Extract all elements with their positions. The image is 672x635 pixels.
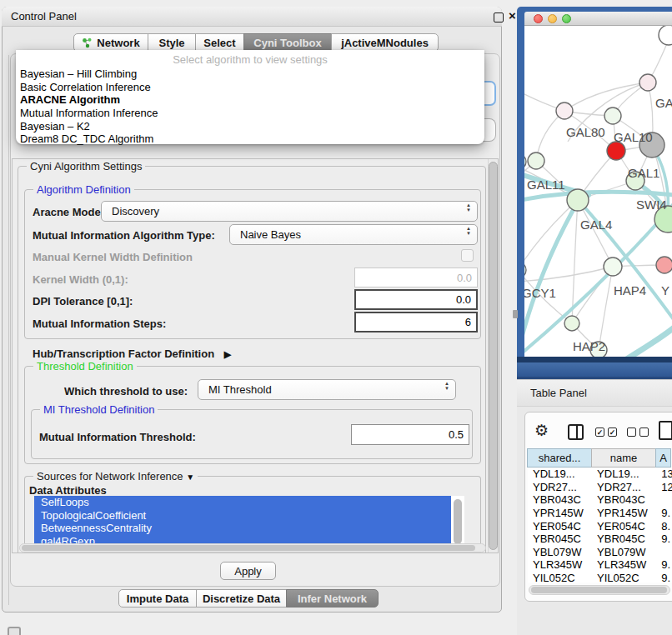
tab-select[interactable]: Select [195,33,244,52]
algorithm-dropdown-items: Bayesian – Hill ClimbingBasic Correlatio… [20,68,480,146]
network-node[interactable] [604,108,621,124]
dpi-tolerance-field[interactable]: 0.0 [354,289,478,310]
document-icon[interactable] [659,421,672,440]
network-node[interactable] [656,257,672,273]
network-node-label: GAL1 [628,166,659,180]
select-all-checkbox-icon[interactable]: ✓ [608,428,617,437]
which-threshold-value: MI Threshold [208,383,272,396]
bottom-tab-discretize-data[interactable]: Discretize Data [196,589,287,608]
attributes-scrollbar-thumb[interactable] [454,499,462,544]
network-edge-highlighted[interactable] [625,325,672,357]
network-node[interactable] [604,258,622,276]
table-cell: 9. [656,532,672,546]
network-node[interactable] [524,262,526,278]
column-header-name[interactable]: name [591,448,656,468]
split-columns-icon[interactable] [568,424,584,440]
table-row[interactable]: YLR345WYLR345W9. [528,558,672,572]
table-row[interactable]: YBL079WYBL079W [528,546,672,559]
tab-style[interactable]: Style [148,33,196,52]
table-row[interactable]: YDL19...YDL19...13... [528,468,672,481]
zoom-traffic-light[interactable] [562,14,571,23]
network-node-label: GAL11 [527,178,565,192]
kernel-width-field[interactable]: 0.0 [354,268,478,288]
network-node-label: SWI4 [636,198,667,212]
select-all-checkbox-icon[interactable]: ✓ [595,428,604,437]
table-panel-titlebar[interactable]: Table Panel [517,379,672,407]
tab-jactivemnodules[interactable]: jActiveMNodules [331,33,439,52]
close-traffic-light[interactable] [534,14,543,23]
network-node[interactable] [607,142,625,160]
tab-label: Network [97,37,139,49]
control-panel-titlebar[interactable]: Control Panel [2,7,502,27]
deselect-checkbox-icon[interactable] [639,428,649,437]
hub-section-toggle[interactable]: Hub/Transcription Factor Definition ▶ [33,348,231,360]
cyni-algorithm-settings-title: Cyni Algorithm Settings [27,160,145,172]
stepper-arrows-icon: ▲▼ [466,226,471,236]
network-node-label: GAL4 [580,218,612,232]
settings-vscrollbar-thumb[interactable] [489,162,498,550]
tab-network[interactable]: Network [73,33,148,52]
table-row[interactable]: YPR145WYPR145W9. [528,507,672,520]
network-node[interactable] [564,316,579,331]
column-header-A[interactable]: A [655,448,671,468]
mi-threshold-field[interactable]: 0.5 [351,424,469,445]
network-node[interactable] [567,189,589,211]
network-canvas[interactable]: GALGAL80GAL10GAL1GAL11SWI4GAL4GCY1HAP4YH… [524,26,672,357]
network-node[interactable] [639,74,656,91]
network-node[interactable] [556,102,573,119]
algorithm-definition-title: Algorithm Definition [33,183,134,196]
table-header-row: shared...nameA [528,448,671,468]
bottom-tab-infer-network[interactable]: Infer Network [286,589,379,608]
table-cell: YBR043C [592,493,656,507]
settings-hscrollbar-thumb[interactable] [22,545,475,551]
mi-type-select[interactable]: Naive Bayes ▲▼ [229,224,478,245]
minimize-traffic-light[interactable] [548,14,557,23]
table-row[interactable]: YBR043CYBR043C [528,493,672,507]
data-attribute-item[interactable]: BetweennessCentrality [34,522,451,535]
network-view-titlebar[interactable] [524,12,672,26]
bottom-tab-impute-data[interactable]: Impute Data [118,589,197,608]
network-node-label: HAP2 [573,339,605,353]
table-hscrollbar-thumb[interactable] [531,587,667,593]
network-edge-highlighted[interactable] [524,202,578,357]
table-cell: YDL19... [528,468,592,481]
apply-button[interactable]: Apply [220,562,276,580]
minimized-panel-icon[interactable] [8,627,21,635]
algorithm-option[interactable]: Bayesian – Hill Climbing [20,68,480,81]
network-node-label: GAL [655,96,672,110]
network-node[interactable] [528,152,544,169]
dpi-tolerance-value: 0.0 [456,293,471,306]
table-cell: 9. [656,507,672,520]
network-node[interactable] [659,26,672,45]
table-row[interactable]: YBR045CYBR045C9. [528,532,672,546]
algorithm-option[interactable]: Dream8 DC_TDC Algorithm [20,132,480,146]
network-node[interactable] [524,154,526,169]
mi-threshold-group-title: MI Threshold Definition [40,403,158,416]
network-edge[interactable] [524,267,613,282]
data-attribute-item[interactable]: SelfLoops [34,496,451,509]
algorithm-option[interactable]: Bayesian – K2 [20,119,480,132]
manual-kernel-checkbox[interactable] [461,249,474,262]
which-threshold-select[interactable]: MI Threshold ▲▼ [198,379,456,400]
hub-section-label: Hub/Transcription Factor Definition [33,348,214,360]
table-cell [656,546,672,559]
sources-group-title[interactable]: Sources for Network Inference ▼ [33,470,198,482]
column-header-shared[interactable]: shared... [527,448,592,468]
data-attributes-list[interactable]: SelfLoopsTopologicalCoefficientBetweenne… [34,496,451,548]
network-edge[interactable] [599,267,613,350]
gear-icon[interactable]: ⚙ [534,421,549,440]
tab-cyni-toolbox[interactable]: Cyni Toolbox [243,33,332,52]
table-row[interactable]: YDR27...YDR27...12... [528,481,672,494]
data-attribute-item[interactable]: TopologicalCoefficient [34,509,451,522]
algorithm-option[interactable]: Mutual Information Inference [20,107,480,120]
float-window-icon[interactable] [494,12,504,22]
algorithm-option[interactable]: ARACNE Algorithm [20,93,480,107]
algorithm-option[interactable]: Basic Correlation Inference [20,81,480,94]
aracne-mode-select[interactable]: Discovery ▲▼ [101,201,478,222]
table-row[interactable]: YIL052CYIL052C9. [528,572,672,582]
deselect-checkbox-icon[interactable] [627,428,636,437]
splitter-handle[interactable] [513,310,518,318]
mi-steps-field[interactable]: 6 [354,312,478,332]
apply-button-label: Apply [234,565,262,578]
table-row[interactable]: YER054CYER054C8. [528,519,672,532]
